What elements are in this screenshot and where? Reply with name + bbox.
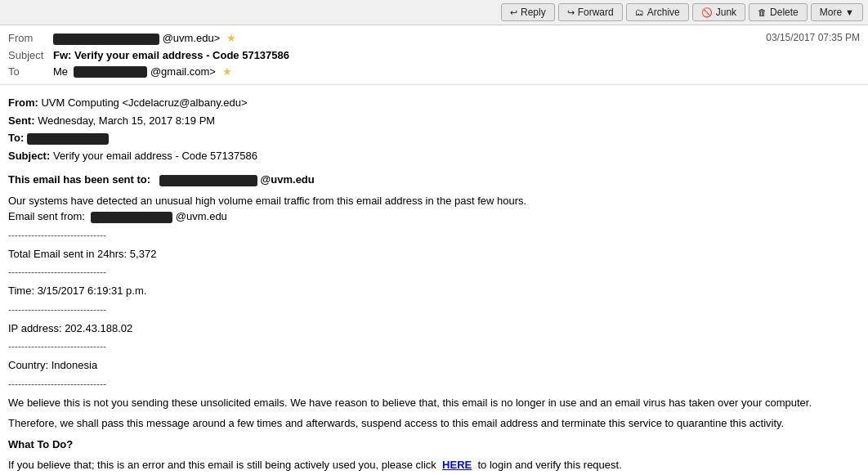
reply-icon: ↩ bbox=[510, 7, 517, 18]
body-subject-label: Subject: bbox=[8, 150, 50, 162]
body-subject-value: Verify your email address - Code 5713758… bbox=[53, 150, 257, 162]
archive-label: Archive bbox=[647, 7, 680, 18]
divider1-text: ------------------------------ bbox=[8, 230, 106, 241]
archive-button[interactable]: 🗂 Archive bbox=[626, 3, 689, 21]
delete-button[interactable]: 🗑 Delete bbox=[749, 3, 808, 21]
after-here-text: to login and verify this request. bbox=[477, 459, 621, 471]
to-row: To Me @gmail.com> ★ bbox=[8, 64, 860, 80]
redacted-from-address bbox=[53, 34, 159, 45]
ip-label: IP address: 202.43.188.02 bbox=[8, 322, 132, 334]
reply-button[interactable]: ↩ Reply bbox=[501, 3, 555, 21]
belief-paragraph: We believe this is not you sending these… bbox=[8, 395, 860, 411]
archive-icon: 🗂 bbox=[635, 7, 644, 17]
divider3: ------------------------------ bbox=[8, 302, 860, 317]
subject-row: Subject Fw: Verify your email address - … bbox=[8, 47, 860, 64]
divider4-text: ------------------------------ bbox=[8, 341, 106, 352]
junk-button[interactable]: 🚫 Junk bbox=[692, 3, 745, 21]
body-from-line: From: UVM Computing <Jcdelacruz@albany.e… bbox=[8, 95, 860, 111]
redacted-email-address bbox=[159, 175, 257, 186]
intro-bold: This email has been sent to: bbox=[8, 173, 150, 186]
country-label: Country: Indonesia bbox=[8, 359, 97, 371]
body-from-label: From: bbox=[8, 96, 38, 109]
belief-text: We believe this is not you sending these… bbox=[8, 397, 812, 409]
more-button[interactable]: More ▼ bbox=[811, 3, 863, 21]
divider5: ------------------------------ bbox=[8, 377, 860, 392]
therefore-line: Therefore, we shall pass this message ar… bbox=[8, 415, 860, 432]
paragraph1-text: Our systems have detected an unusual hig… bbox=[8, 195, 526, 207]
redacted-to-address bbox=[74, 66, 147, 78]
total-email-line: Total Email sent in 24hrs: 5,372 bbox=[8, 246, 860, 262]
delete-icon: 🗑 bbox=[758, 7, 767, 17]
body-sent-label: Sent: bbox=[8, 114, 35, 127]
chevron-down-icon: ▼ bbox=[845, 7, 854, 17]
email-headers: From @uvm.edu> ★ 03/15/2017 07:35 PM Sub… bbox=[0, 25, 868, 85]
country-line: Country: Indonesia bbox=[8, 357, 860, 374]
reply-label: Reply bbox=[521, 7, 546, 18]
to-label: To bbox=[8, 65, 53, 78]
total-label: Total Email sent in 24hrs: 5,372 bbox=[8, 248, 156, 260]
email-from-domain: @uvm.edu bbox=[176, 210, 227, 222]
body-to-line: To: bbox=[8, 130, 860, 146]
body-to-label: To: bbox=[8, 132, 24, 144]
time-line: Time: 3/15/2017 6:19:31 p.m. bbox=[8, 283, 860, 299]
junk-icon: 🚫 bbox=[701, 7, 713, 18]
subject-text: Fw: Verify your email address - Code 571… bbox=[53, 49, 289, 61]
to-star-icon: ★ bbox=[222, 65, 232, 78]
email-body: From: UVM Computing <Jcdelacruz@albany.e… bbox=[0, 85, 868, 475]
to-domain: @gmail.com> bbox=[150, 65, 216, 78]
body-from-value: UVM Computing <Jcdelacruz@albany.edu> bbox=[41, 96, 247, 109]
forward-label: Forward bbox=[578, 7, 614, 18]
junk-label: Junk bbox=[716, 7, 736, 18]
delete-label: Delete bbox=[770, 7, 799, 18]
toolbar: ↩ Reply ↪ Forward 🗂 Archive 🚫 Junk 🗑 Del… bbox=[0, 0, 868, 25]
from-domain: @uvm.edu> bbox=[163, 32, 221, 44]
redacted-from-email bbox=[91, 212, 172, 223]
more-label: More bbox=[820, 7, 842, 18]
divider4: ------------------------------ bbox=[8, 339, 860, 354]
from-label: From bbox=[8, 32, 53, 44]
here-link[interactable]: HERE bbox=[442, 459, 472, 471]
subject-label: Subject bbox=[8, 49, 53, 61]
divider1: ------------------------------ bbox=[8, 228, 860, 243]
body-sent-value: Wednesday, March 15, 2017 8:19 PM bbox=[38, 114, 215, 127]
time-label: Time: 3/15/2017 6:19:31 p.m. bbox=[8, 285, 146, 297]
forward-icon: ↪ bbox=[567, 7, 575, 18]
email-date: 03/15/2017 07:35 PM bbox=[766, 32, 860, 43]
therefore-text: Therefore, we shall pass this message ar… bbox=[8, 417, 784, 429]
intro-domain: @uvm.edu bbox=[261, 173, 315, 186]
redacted-to-body bbox=[27, 133, 109, 145]
divider3-text: ------------------------------ bbox=[8, 304, 106, 316]
from-row: From @uvm.edu> ★ 03/15/2017 07:35 PM bbox=[8, 30, 860, 47]
intro-paragraph: This email has been sent to: @uvm.edu bbox=[8, 172, 860, 188]
to-value: Me @gmail.com> ★ bbox=[53, 65, 860, 78]
ip-line: IP address: 202.43.188.02 bbox=[8, 320, 860, 337]
what-to-do-label: What To Do? bbox=[8, 438, 73, 450]
what-to-do-line: What To Do? bbox=[8, 437, 860, 453]
body-sent-line: Sent: Wednesday, March 15, 2017 8:19 PM bbox=[8, 113, 860, 129]
if-you-believe-text: If you believe that; this is an error an… bbox=[8, 459, 436, 471]
if-you-believe-para: If you believe that; this is an error an… bbox=[8, 457, 860, 473]
divider2-text: ------------------------------ bbox=[8, 267, 106, 278]
from-value: @uvm.edu> ★ bbox=[53, 32, 766, 45]
body-subject-line: Subject: Verify your email address - Cod… bbox=[8, 148, 860, 164]
email-sent-from-line: Email sent from: @uvm.edu bbox=[8, 208, 860, 225]
paragraph1: Our systems have detected an unusual hig… bbox=[8, 193, 860, 209]
star-icon: ★ bbox=[226, 32, 236, 44]
email-sent-from-label: Email sent from: bbox=[8, 210, 85, 222]
forward-button[interactable]: ↪ Forward bbox=[558, 3, 623, 21]
divider2: ------------------------------ bbox=[8, 265, 860, 280]
divider5-text: ------------------------------ bbox=[8, 379, 106, 390]
to-me: Me bbox=[53, 65, 68, 78]
